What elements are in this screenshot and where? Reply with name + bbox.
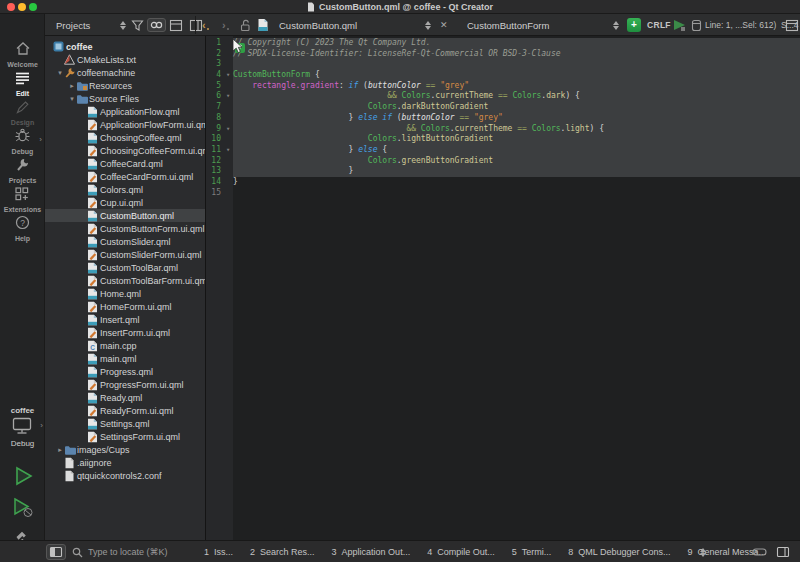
- mode-item-help[interactable]: ?Help: [0, 214, 45, 243]
- mode-item-edit[interactable]: Edit: [0, 69, 45, 98]
- code-line[interactable]: 11▾ } else {: [206, 145, 800, 156]
- tree-row[interactable]: CustomButtonForm.ui.qml: [45, 222, 205, 235]
- fold-marker-icon[interactable]: ▾: [223, 91, 233, 102]
- code-line[interactable]: 8 } else if (buttonColor == "grey": [206, 113, 800, 124]
- tree-row[interactable]: HomeForm.ui.qml: [45, 300, 205, 313]
- mode-item-design[interactable]: Design: [0, 98, 45, 127]
- symbol-selector[interactable]: CustomButtonForm: [467, 14, 549, 36]
- tree-row[interactable]: CustomToolBar.qml: [45, 261, 205, 274]
- tree-row[interactable]: ChoosingCoffeeForm.ui.qml: [45, 144, 205, 157]
- code-line[interactable]: 14}: [206, 177, 800, 188]
- tree-row[interactable]: ▸images/Cups: [45, 443, 205, 456]
- toggle-left-sidebar-button[interactable]: [46, 541, 66, 562]
- code-line[interactable]: 7 Colors.darkButtonGradient: [206, 102, 800, 113]
- tree-row[interactable]: Insert.qml: [45, 313, 205, 326]
- sync-with-editor-button[interactable]: [147, 14, 166, 36]
- tree-row[interactable]: ▾Source Files: [45, 92, 205, 105]
- tree-row[interactable]: CustomButton.qml: [45, 209, 205, 222]
- file-lock-button[interactable]: [239, 14, 252, 36]
- toggle-right-sidebar-button[interactable]: [776, 541, 790, 562]
- navigation-pane-selector[interactable]: Projects: [56, 14, 90, 36]
- mode-item-projects[interactable]: Projects: [0, 156, 45, 185]
- tree-row[interactable]: ApplicationFlow.qml: [45, 105, 205, 118]
- output-pane-manager-arrows[interactable]: [700, 541, 706, 562]
- nav-forward-button[interactable]: ›: [222, 14, 229, 36]
- line-ending-selector[interactable]: CRLF: [647, 14, 671, 36]
- output-pane-button[interactable]: 2Search Res...: [250, 547, 315, 557]
- tree-row[interactable]: ProgressForm.ui.qml: [45, 378, 205, 391]
- fold-marker-icon[interactable]: ▾: [223, 145, 233, 156]
- kit-selector[interactable]: ›: [0, 417, 45, 437]
- code-line[interactable]: 12 Colors.greenButtonGradient: [206, 156, 800, 167]
- code-line[interactable]: 6▾ && Colors.currentTheme == Colors.dark…: [206, 91, 800, 102]
- tree-row[interactable]: ReadyForm.ui.qml: [45, 404, 205, 417]
- tree-row[interactable]: SettingsForm.ui.qml: [45, 430, 205, 443]
- code-line[interactable]: 15: [206, 188, 800, 199]
- toggle-progress-details-button[interactable]: [752, 541, 768, 562]
- code-line[interactable]: 4▾CustomButtonForm {: [206, 70, 800, 81]
- debug-run-button[interactable]: [0, 492, 45, 524]
- code-line[interactable]: 10 Colors.lightButtonGradient: [206, 134, 800, 145]
- code-line[interactable]: 3: [206, 59, 800, 70]
- tree-row[interactable]: InsertForm.ui.qml: [45, 326, 205, 339]
- tree-row[interactable]: qtquickcontrols2.conf: [45, 469, 205, 482]
- tree-row[interactable]: ▾coffeemachine: [45, 66, 205, 79]
- code-line[interactable]: 13 }: [206, 166, 800, 177]
- tree-row[interactable]: .aiignore: [45, 456, 205, 469]
- open-document-tab[interactable]: CustomButton.qml: [279, 14, 357, 36]
- code-line[interactable]: 1// Copyright (C) 2023 The Qt Company Lt…: [206, 38, 800, 49]
- output-pane-button[interactable]: 1Iss...: [204, 547, 233, 557]
- locator-field[interactable]: Type to locate (⌘K): [72, 541, 168, 562]
- code-line[interactable]: 5 rectangle.gradient: if (buttonColor ==…: [206, 81, 800, 92]
- tree-row[interactable]: Settings.qml: [45, 417, 205, 430]
- close-navigation-pane-button[interactable]: [189, 14, 203, 36]
- chevron-right-icon[interactable]: ▸: [68, 79, 76, 92]
- tree-row[interactable]: Ready.qml: [45, 391, 205, 404]
- tree-row[interactable]: CoffeeCardForm.ui.qml: [45, 170, 205, 183]
- chevron-down-icon[interactable]: ▾: [56, 66, 64, 79]
- qml-preview-button[interactable]: [672, 14, 687, 36]
- tree-row[interactable]: CustomSlider.qml: [45, 235, 205, 248]
- code-line[interactable]: 2// SPDX-License-Identifier: LicenseRef-…: [206, 49, 800, 60]
- tree-row[interactable]: ▸Resources: [45, 79, 205, 92]
- tree-row[interactable]: CustomToolBarForm.ui.qml: [45, 274, 205, 287]
- tree-row[interactable]: Progress.qml: [45, 365, 205, 378]
- tree-row[interactable]: CoffeeCard.qml: [45, 157, 205, 170]
- tree-row[interactable]: ChoosingCoffee.qml: [45, 131, 205, 144]
- run-button[interactable]: [0, 460, 45, 492]
- tree-row[interactable]: Cup.ui.qml: [45, 196, 205, 209]
- open-document-selector-arrows[interactable]: [425, 14, 431, 36]
- chevron-right-icon[interactable]: ▸: [56, 443, 64, 456]
- split-editor-button[interactable]: [785, 14, 799, 36]
- output-pane-button[interactable]: 5Termi...: [512, 547, 552, 557]
- tree-row[interactable]: Colors.qml: [45, 183, 205, 196]
- tree-row[interactable]: coffee: [45, 40, 205, 53]
- tree-row[interactable]: CMakeLists.txt: [45, 53, 205, 66]
- tree-row[interactable]: CustomSliderForm.ui.qml: [45, 248, 205, 261]
- code-editor[interactable]: 1// Copyright (C) 2023 The Qt Company Lt…: [206, 36, 800, 540]
- fold-marker-icon[interactable]: ▾: [223, 70, 233, 81]
- tree-row[interactable]: ApplicationFlowForm.ui.qml: [45, 118, 205, 131]
- fold-marker-icon[interactable]: ▾: [223, 124, 233, 135]
- mode-item-extensions[interactable]: Extensions: [0, 185, 45, 214]
- document-history-button[interactable]: [691, 14, 702, 36]
- mode-item-debug[interactable]: Debug›: [0, 127, 45, 156]
- code-line[interactable]: 9▾ && Colors.currentTheme == Colors.ligh…: [206, 124, 800, 135]
- close-document-button[interactable]: ✕: [440, 14, 448, 36]
- mode-item-welcome[interactable]: Welcome: [0, 40, 45, 69]
- tree-row[interactable]: Home.qml: [45, 287, 205, 300]
- tree-row[interactable]: Cmain.cpp: [45, 339, 205, 352]
- output-pane-button[interactable]: 8QML Debugger Cons...: [568, 547, 670, 557]
- tree-row[interactable]: main.qml: [45, 352, 205, 365]
- output-pane-button[interactable]: 3Application Out...: [332, 547, 411, 557]
- split-pane-button[interactable]: [169, 14, 183, 36]
- mode-item-label: Extensions: [4, 206, 41, 213]
- output-pane-label: Iss...: [214, 547, 233, 557]
- filter-tree-button[interactable]: [131, 14, 144, 36]
- symbol-selector-arrows[interactable]: [613, 14, 619, 36]
- output-pane-button[interactable]: 4Compile Out...: [427, 547, 495, 557]
- chevron-down-icon[interactable]: ▾: [68, 92, 76, 105]
- navigation-pane-selector-arrows[interactable]: [120, 14, 126, 36]
- qt-green-badge-button[interactable]: +: [627, 14, 641, 36]
- nav-back-button[interactable]: ‹: [202, 14, 209, 36]
